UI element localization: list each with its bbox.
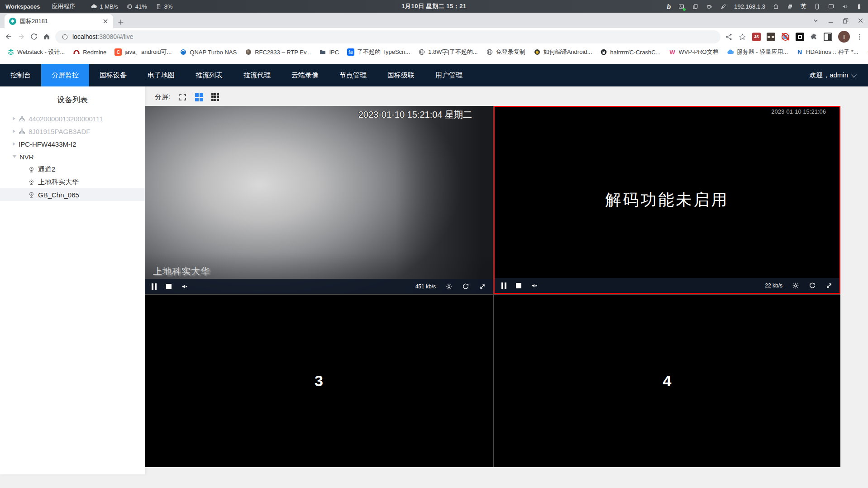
bookmark-rfc[interactable]: RFC2833 – RTP Ev... <box>241 47 315 57</box>
share-icon[interactable] <box>725 33 733 41</box>
reload-button[interactable] <box>30 33 38 41</box>
sidebar-extension-icon[interactable] <box>824 33 832 41</box>
fullscreen-icon[interactable] <box>178 93 187 101</box>
refresh-icon[interactable] <box>809 282 816 289</box>
stop-button[interactable] <box>516 283 521 288</box>
tab-pull-proxy[interactable]: 拉流代理 <box>233 64 281 86</box>
bookmark-android-build[interactable]: 如何编译Android... <box>530 47 596 57</box>
bookmarks-bar: Webstack - 设计... Redmine C java、android可… <box>0 45 868 59</box>
tab-user-manage[interactable]: 用户管理 <box>425 64 473 86</box>
windows-tray-icon[interactable] <box>787 3 793 10</box>
bookmark-article1[interactable]: 1.8W字|了不起的... <box>415 47 482 57</box>
tree-item-channel2[interactable]: 通道2 <box>0 163 145 176</box>
minimize-icon[interactable] <box>828 18 834 24</box>
clock[interactable]: 1月10日 星期二 15：21 <box>401 2 466 10</box>
pause-button[interactable] <box>501 282 506 289</box>
tab-cloud-record[interactable]: 云端录像 <box>281 64 329 86</box>
bookmark-qnap[interactable]: QNAP Turbo NAS <box>176 47 240 57</box>
device-sidebar: 设备列表 44020000013200000111 8J01915PAGB3AD… <box>0 86 145 474</box>
new-tab-button[interactable] <box>118 19 124 25</box>
back-button[interactable] <box>5 33 13 41</box>
settings-gear-icon[interactable] <box>445 283 453 290</box>
grid-2x2-icon[interactable] <box>195 93 203 101</box>
volume-tray-icon[interactable] <box>842 3 849 10</box>
video-cell-1[interactable]: 2023-01-10 15:21:04 星期二 上地科实大华 451 kb/s <box>145 106 493 294</box>
forward-button[interactable] <box>17 33 25 41</box>
volume-muted-icon[interactable] <box>181 283 188 290</box>
video-cell-2[interactable]: 2023-01-10 15:21:06 解码功能未启用 22 kb/s <box>494 106 840 294</box>
js-extension-icon[interactable]: JS <box>752 33 761 41</box>
extensions-puzzle-icon[interactable] <box>810 33 818 41</box>
image-blocker-extension-icon[interactable] <box>781 33 790 41</box>
workspaces-button[interactable]: Workspaces <box>5 3 40 10</box>
expand-icon[interactable] <box>479 283 486 290</box>
close-window-icon[interactable] <box>858 18 863 24</box>
caret-right-icon[interactable] <box>13 129 15 133</box>
restore-icon[interactable] <box>843 18 849 24</box>
applications-menu[interactable]: 应用程序 <box>52 2 75 10</box>
tab-gb-cascade[interactable]: 国标级联 <box>377 64 425 86</box>
caret-right-icon[interactable] <box>13 117 15 120</box>
tab-close-button[interactable] <box>102 18 109 24</box>
bookmark-zhihu[interactable]: 知 了不起的 TypeScri... <box>343 47 414 57</box>
bookmark-github[interactable]: hairrrrr/C-CrashC... <box>596 47 664 57</box>
pause-button[interactable] <box>152 283 157 290</box>
bookmark-hdatmos[interactable]: N HDAtmos :: 种子 *... <box>792 47 862 57</box>
tab-e-map[interactable]: 电子地图 <box>137 64 185 86</box>
expand-icon[interactable] <box>825 282 833 289</box>
caret-down-icon[interactable] <box>13 155 16 158</box>
site-info-icon[interactable] <box>62 33 68 40</box>
bookmarks-overflow-button[interactable]: » <box>863 48 868 56</box>
decode-disabled-message: 解码功能未启用 <box>495 107 839 293</box>
bookmark-webstack[interactable]: Webstack - 设计... <box>4 47 68 57</box>
home-tray-icon[interactable] <box>773 3 779 10</box>
bookmark-ipc-folder[interactable]: IPC <box>315 47 343 57</box>
coffee-tray-icon[interactable] <box>706 3 713 10</box>
bing-tray-icon[interactable]: b <box>667 3 671 10</box>
bookmark-star-icon[interactable] <box>739 33 746 41</box>
privacy-extension-icon[interactable] <box>767 33 775 41</box>
screen: Workspaces 应用程序 1 MB/s 41% 8% 1月10日 星期二 … <box>0 0 868 488</box>
display-tray-icon[interactable] <box>828 3 835 10</box>
settings-gear-icon[interactable] <box>792 282 799 289</box>
user-menu[interactable]: 欢迎，admin <box>809 64 855 86</box>
tab-split-monitor[interactable]: 分屏监控 <box>41 64 89 86</box>
tree-item-ipc[interactable]: IPC-HFW4433M-I2 <box>0 138 145 150</box>
tree-item-shangdi[interactable]: 上地科实大华 <box>0 176 145 188</box>
grid-3x3-icon[interactable] <box>211 93 219 101</box>
browser-tab[interactable]: 国标28181 <box>5 14 113 28</box>
video-cell-4[interactable]: 4 <box>494 295 840 467</box>
refresh-icon[interactable] <box>462 283 469 290</box>
tab-gb-devices[interactable]: 国标设备 <box>89 64 137 86</box>
phone-link-icon[interactable] <box>814 3 820 10</box>
url-bar[interactable]: localhost:38080/#/live <box>55 30 720 43</box>
volume-muted-icon[interactable] <box>531 282 538 289</box>
tab-favicon-icon <box>9 18 16 25</box>
caret-right-icon[interactable] <box>13 142 15 146</box>
bookmark-redmine[interactable]: Redmine <box>69 47 110 57</box>
bookmark-cloud-server[interactable]: 服务器 - 轻量应用... <box>723 47 792 57</box>
bookmark-wvp-docs[interactable]: W WVP-PRO文档 <box>665 47 722 57</box>
video-cell-3[interactable]: 3 <box>145 295 493 467</box>
clipboard-tray-icon[interactable] <box>692 3 699 10</box>
tree-item-device1[interactable]: 44020000013200000111 <box>0 112 145 125</box>
tab-node-manage[interactable]: 节点管理 <box>329 64 377 86</box>
tree-item-nvr[interactable]: NVR <box>0 150 145 163</box>
bookmark-csdn[interactable]: C java、android可... <box>111 47 175 57</box>
screenshot-tray-icon[interactable] <box>678 3 685 10</box>
home-button[interactable] <box>43 33 51 41</box>
stop-button[interactable] <box>166 284 172 289</box>
input-language-indicator[interactable]: 英 <box>801 2 806 10</box>
pen-tray-icon[interactable] <box>720 3 727 10</box>
profile-avatar[interactable]: I <box>838 31 850 43</box>
browser-menu-kebab-icon[interactable] <box>856 33 863 41</box>
dark-mode-extension-icon[interactable] <box>796 33 804 41</box>
tab-push-list[interactable]: 推流列表 <box>185 64 233 86</box>
split-label: 分屏: <box>155 93 170 101</box>
tree-item-device2[interactable]: 8J01915PAGB3ADF <box>0 125 145 138</box>
tree-item-gb-chn-065[interactable]: GB_Chn_065 <box>0 188 145 201</box>
tab-console[interactable]: 控制台 <box>0 64 41 86</box>
tab-search-chevron-icon[interactable] <box>813 18 819 24</box>
forward-arrow-icon <box>17 33 25 41</box>
bookmark-copyfree[interactable]: 免登录复制 <box>482 47 529 57</box>
